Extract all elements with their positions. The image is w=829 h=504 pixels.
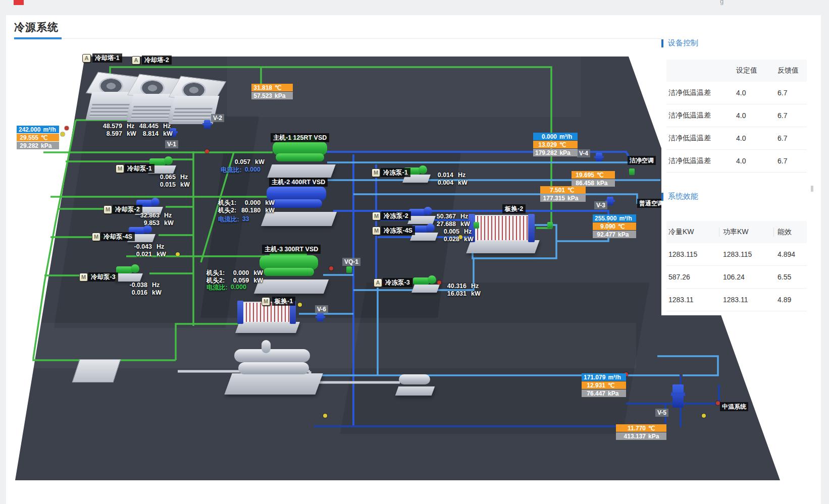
unit: ℃: [41, 134, 57, 141]
valve-v6[interactable]: [317, 313, 324, 321]
auto-badge[interactable]: A: [82, 54, 91, 63]
unit: Hz: [157, 243, 164, 251]
value: 0.004: [427, 179, 453, 187]
chiller-1[interactable]: [273, 136, 338, 177]
temp-chip: 7.501℃: [540, 186, 586, 194]
tower2-label[interactable]: 冷却塔-2: [142, 55, 172, 65]
valve-v3[interactable]: [607, 197, 613, 205]
unit: kPa: [597, 180, 613, 187]
chiller-3[interactable]: [260, 250, 330, 293]
pump-cooling-4s-label[interactable]: 冷却泵-4S: [101, 232, 135, 241]
value: 0.005: [433, 228, 459, 236]
auto-badge[interactable]: A: [374, 278, 382, 287]
green-valve[interactable]: [629, 169, 635, 175]
value: 12.931: [584, 382, 608, 389]
temp-chip: 13.029℃: [533, 141, 578, 148]
unit: Hz: [164, 212, 172, 219]
tower1-label[interactable]: 冷却塔-1: [92, 53, 122, 63]
scrollbar-thumb[interactable]: [811, 186, 813, 192]
value: 29.282: [19, 142, 41, 149]
valve-v3-label[interactable]: V-3: [594, 201, 607, 209]
small-pump-unit[interactable]: [397, 372, 435, 396]
param-name: 洁净低温温差: [666, 88, 736, 97]
value: 177.315: [542, 195, 567, 202]
value: 76.447: [584, 390, 608, 397]
valve-v2[interactable]: [204, 120, 211, 129]
storage-unit[interactable]: [72, 359, 121, 382]
sensor-icon: [716, 401, 720, 405]
valve-v2-label[interactable]: V-2: [211, 114, 224, 122]
valve-v4-label[interactable]: V-4: [577, 149, 590, 157]
heat-exchanger-2[interactable]: [473, 215, 538, 251]
unit: Hz: [460, 213, 468, 220]
pressure-chip: 76.447kPa: [582, 389, 626, 397]
value: 27.688: [430, 220, 456, 228]
unit: Hz: [163, 123, 171, 130]
pump-motor: [419, 165, 427, 174]
value: 0.016: [121, 289, 147, 297]
manual-badge[interactable]: M: [372, 212, 381, 220]
valve-v4[interactable]: [596, 153, 602, 161]
param-name: 洁净低温温差: [666, 134, 736, 143]
chiller-2[interactable]: [267, 181, 337, 224]
heat-exchanger-1[interactable]: [241, 302, 302, 333]
valve-v6-label[interactable]: V-6: [315, 305, 328, 313]
header-feedback: 反馈值: [778, 66, 807, 75]
auto-badge[interactable]: A: [132, 56, 140, 65]
base-pump-unit[interactable]: [228, 346, 324, 397]
sensor-icon: [702, 414, 706, 418]
heat-exchanger-1-label[interactable]: 板换-1: [272, 297, 295, 306]
sensor-icon: [65, 126, 69, 130]
manual-badge[interactable]: M: [372, 227, 381, 235]
green-valve[interactable]: [547, 222, 553, 229]
power-value: 106.24: [723, 273, 778, 281]
heat-exchanger-2-label[interactable]: 板换-2: [502, 204, 526, 213]
pump-motor: [164, 156, 173, 165]
valve-v5[interactable]: [672, 384, 684, 408]
pump-chilled-4s-label[interactable]: 冷冻泵-4S: [381, 226, 415, 235]
chilled-water-return-pipes: [299, 162, 718, 375]
chiller-3-data: 机头1:0.000kW 机头2:0.059kW: [206, 269, 263, 285]
setpoint-value: 4.0: [736, 157, 778, 165]
unit: ℃: [618, 223, 634, 230]
pump-cooling-3-label[interactable]: 冷却泵-3: [88, 272, 118, 282]
manual-badge[interactable]: M: [372, 169, 380, 177]
value: 9.090: [595, 223, 618, 230]
pump-cooling-3[interactable]: [116, 263, 140, 278]
valve-vq1-label[interactable]: VQ-1: [342, 258, 360, 266]
manual-badge[interactable]: M: [262, 297, 270, 306]
value: 0.015: [149, 181, 176, 189]
chiller-1-label[interactable]: 主机-1 125RT VSD: [271, 133, 329, 142]
manual-badge[interactable]: M: [103, 205, 112, 214]
valve-vq1[interactable]: [346, 266, 352, 273]
setpoint-value: 4.0: [736, 134, 778, 142]
chiller-2-label[interactable]: 主机-2 400RT VSD: [269, 178, 328, 187]
pressure-chip: 92.477kPa: [593, 231, 636, 238]
chiller-base: [264, 268, 314, 276]
value: 11.770: [618, 425, 648, 432]
power-value: 1283.115: [723, 250, 778, 258]
pump-chilled-2-label[interactable]: 冷冻泵-2: [381, 211, 411, 220]
pump-chilled-1-label[interactable]: 冷冻泵-1: [381, 168, 410, 177]
pump-cooling-1-label[interactable]: 冷却泵-1: [125, 164, 154, 173]
unit: kW: [164, 219, 174, 227]
unit: m³/h: [619, 215, 634, 222]
manual-badge[interactable]: M: [79, 273, 88, 282]
green-valve[interactable]: [474, 222, 479, 229]
pump-chilled-3[interactable]: [413, 274, 437, 290]
meter-medium-supply: 171.079m³/h 12.931℃ 76.447kPa: [582, 373, 626, 398]
header-power: 功率KW: [723, 228, 778, 237]
setpoint-value: 4.0: [736, 89, 778, 97]
value: 0.021: [126, 251, 152, 258]
manual-badge[interactable]: M: [116, 164, 124, 173]
efficiency-section-title: 系统效能: [661, 192, 698, 201]
valve-v1-label[interactable]: V-1: [165, 140, 178, 148]
chiller-3-label[interactable]: 主机-3 300RT VSD: [262, 245, 321, 254]
manual-badge[interactable]: M: [92, 233, 100, 241]
equipment-pad: [224, 373, 323, 395]
chiller-1-current-ratio: 电流比:0.000: [221, 166, 261, 175]
valve-v5-label[interactable]: V-5: [655, 409, 668, 417]
meter-normal-flow: 255.900m³/h 9.090℃ 92.477kPa: [593, 214, 636, 239]
value: 255.900: [595, 215, 619, 222]
pump-chilled-3-label[interactable]: 冷冻泵-3: [383, 278, 412, 287]
